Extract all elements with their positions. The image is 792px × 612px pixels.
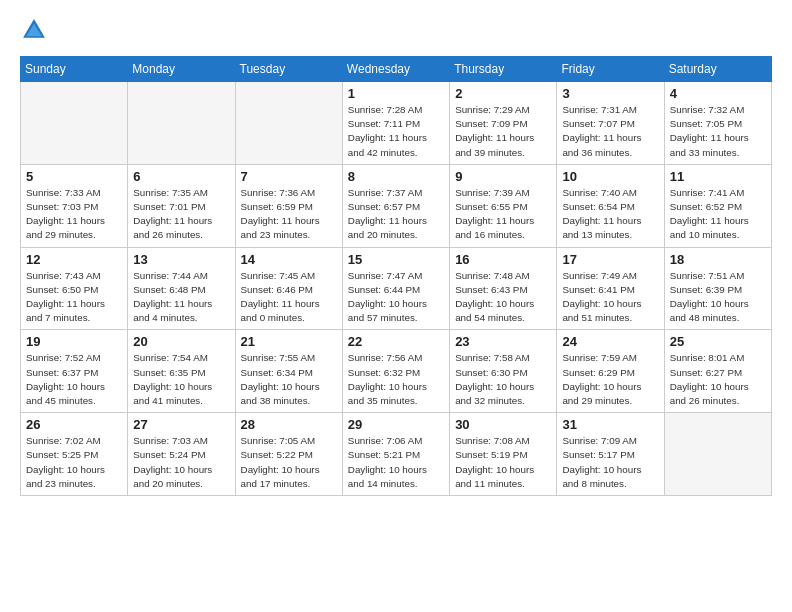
day-number: 9 [455,169,552,184]
day-number: 26 [26,417,123,432]
calendar-cell [664,413,771,496]
calendar-cell: 12Sunrise: 7:43 AM Sunset: 6:50 PM Dayli… [21,247,128,330]
day-number: 2 [455,86,552,101]
weekday-header-wednesday: Wednesday [342,57,449,82]
calendar-cell: 16Sunrise: 7:48 AM Sunset: 6:43 PM Dayli… [450,247,557,330]
day-info: Sunrise: 7:09 AM Sunset: 5:17 PM Dayligh… [562,434,659,491]
day-number: 20 [133,334,230,349]
day-info: Sunrise: 7:28 AM Sunset: 7:11 PM Dayligh… [348,103,445,160]
day-info: Sunrise: 7:47 AM Sunset: 6:44 PM Dayligh… [348,269,445,326]
calendar-cell: 31Sunrise: 7:09 AM Sunset: 5:17 PM Dayli… [557,413,664,496]
calendar-cell: 24Sunrise: 7:59 AM Sunset: 6:29 PM Dayli… [557,330,664,413]
day-info: Sunrise: 7:33 AM Sunset: 7:03 PM Dayligh… [26,186,123,243]
calendar-cell: 13Sunrise: 7:44 AM Sunset: 6:48 PM Dayli… [128,247,235,330]
calendar-cell: 3Sunrise: 7:31 AM Sunset: 7:07 PM Daylig… [557,82,664,165]
calendar-cell: 5Sunrise: 7:33 AM Sunset: 7:03 PM Daylig… [21,164,128,247]
day-info: Sunrise: 7:37 AM Sunset: 6:57 PM Dayligh… [348,186,445,243]
calendar-cell [128,82,235,165]
day-info: Sunrise: 8:01 AM Sunset: 6:27 PM Dayligh… [670,351,767,408]
week-row-4: 26Sunrise: 7:02 AM Sunset: 5:25 PM Dayli… [21,413,772,496]
weekday-header-tuesday: Tuesday [235,57,342,82]
day-number: 1 [348,86,445,101]
day-info: Sunrise: 7:43 AM Sunset: 6:50 PM Dayligh… [26,269,123,326]
day-number: 10 [562,169,659,184]
logo [20,16,52,44]
calendar-cell: 29Sunrise: 7:06 AM Sunset: 5:21 PM Dayli… [342,413,449,496]
day-number: 14 [241,252,338,267]
day-info: Sunrise: 7:03 AM Sunset: 5:24 PM Dayligh… [133,434,230,491]
calendar-cell: 6Sunrise: 7:35 AM Sunset: 7:01 PM Daylig… [128,164,235,247]
calendar-cell: 17Sunrise: 7:49 AM Sunset: 6:41 PM Dayli… [557,247,664,330]
day-info: Sunrise: 7:41 AM Sunset: 6:52 PM Dayligh… [670,186,767,243]
day-number: 15 [348,252,445,267]
calendar-cell: 8Sunrise: 7:37 AM Sunset: 6:57 PM Daylig… [342,164,449,247]
day-info: Sunrise: 7:54 AM Sunset: 6:35 PM Dayligh… [133,351,230,408]
calendar-cell: 21Sunrise: 7:55 AM Sunset: 6:34 PM Dayli… [235,330,342,413]
day-info: Sunrise: 7:36 AM Sunset: 6:59 PM Dayligh… [241,186,338,243]
calendar-cell: 2Sunrise: 7:29 AM Sunset: 7:09 PM Daylig… [450,82,557,165]
day-number: 3 [562,86,659,101]
day-info: Sunrise: 7:58 AM Sunset: 6:30 PM Dayligh… [455,351,552,408]
week-row-1: 5Sunrise: 7:33 AM Sunset: 7:03 PM Daylig… [21,164,772,247]
calendar-cell: 4Sunrise: 7:32 AM Sunset: 7:05 PM Daylig… [664,82,771,165]
day-number: 13 [133,252,230,267]
weekday-header-sunday: Sunday [21,57,128,82]
day-number: 17 [562,252,659,267]
logo-icon [20,16,48,44]
day-number: 11 [670,169,767,184]
day-number: 19 [26,334,123,349]
day-number: 12 [26,252,123,267]
day-info: Sunrise: 7:51 AM Sunset: 6:39 PM Dayligh… [670,269,767,326]
calendar-cell [21,82,128,165]
calendar-cell: 15Sunrise: 7:47 AM Sunset: 6:44 PM Dayli… [342,247,449,330]
weekday-header-row: SundayMondayTuesdayWednesdayThursdayFrid… [21,57,772,82]
calendar-cell: 20Sunrise: 7:54 AM Sunset: 6:35 PM Dayli… [128,330,235,413]
calendar-cell: 27Sunrise: 7:03 AM Sunset: 5:24 PM Dayli… [128,413,235,496]
calendar-cell: 7Sunrise: 7:36 AM Sunset: 6:59 PM Daylig… [235,164,342,247]
day-number: 18 [670,252,767,267]
day-info: Sunrise: 7:44 AM Sunset: 6:48 PM Dayligh… [133,269,230,326]
calendar-cell: 10Sunrise: 7:40 AM Sunset: 6:54 PM Dayli… [557,164,664,247]
calendar-cell: 18Sunrise: 7:51 AM Sunset: 6:39 PM Dayli… [664,247,771,330]
day-info: Sunrise: 7:52 AM Sunset: 6:37 PM Dayligh… [26,351,123,408]
day-number: 23 [455,334,552,349]
calendar-cell [235,82,342,165]
day-info: Sunrise: 7:08 AM Sunset: 5:19 PM Dayligh… [455,434,552,491]
day-number: 16 [455,252,552,267]
calendar-cell: 14Sunrise: 7:45 AM Sunset: 6:46 PM Dayli… [235,247,342,330]
weekday-header-monday: Monday [128,57,235,82]
day-info: Sunrise: 7:29 AM Sunset: 7:09 PM Dayligh… [455,103,552,160]
day-info: Sunrise: 7:06 AM Sunset: 5:21 PM Dayligh… [348,434,445,491]
day-number: 22 [348,334,445,349]
calendar-cell: 28Sunrise: 7:05 AM Sunset: 5:22 PM Dayli… [235,413,342,496]
weekday-header-friday: Friday [557,57,664,82]
day-info: Sunrise: 7:59 AM Sunset: 6:29 PM Dayligh… [562,351,659,408]
calendar-cell: 25Sunrise: 8:01 AM Sunset: 6:27 PM Dayli… [664,330,771,413]
day-number: 28 [241,417,338,432]
calendar: SundayMondayTuesdayWednesdayThursdayFrid… [20,56,772,496]
day-number: 8 [348,169,445,184]
calendar-cell: 23Sunrise: 7:58 AM Sunset: 6:30 PM Dayli… [450,330,557,413]
day-number: 31 [562,417,659,432]
weekday-header-thursday: Thursday [450,57,557,82]
day-number: 4 [670,86,767,101]
day-number: 25 [670,334,767,349]
calendar-cell: 9Sunrise: 7:39 AM Sunset: 6:55 PM Daylig… [450,164,557,247]
calendar-cell: 26Sunrise: 7:02 AM Sunset: 5:25 PM Dayli… [21,413,128,496]
day-info: Sunrise: 7:32 AM Sunset: 7:05 PM Dayligh… [670,103,767,160]
day-number: 7 [241,169,338,184]
day-number: 6 [133,169,230,184]
day-number: 21 [241,334,338,349]
day-info: Sunrise: 7:02 AM Sunset: 5:25 PM Dayligh… [26,434,123,491]
day-info: Sunrise: 7:56 AM Sunset: 6:32 PM Dayligh… [348,351,445,408]
week-row-2: 12Sunrise: 7:43 AM Sunset: 6:50 PM Dayli… [21,247,772,330]
calendar-cell: 1Sunrise: 7:28 AM Sunset: 7:11 PM Daylig… [342,82,449,165]
day-info: Sunrise: 7:35 AM Sunset: 7:01 PM Dayligh… [133,186,230,243]
day-info: Sunrise: 7:39 AM Sunset: 6:55 PM Dayligh… [455,186,552,243]
calendar-cell: 19Sunrise: 7:52 AM Sunset: 6:37 PM Dayli… [21,330,128,413]
calendar-cell: 30Sunrise: 7:08 AM Sunset: 5:19 PM Dayli… [450,413,557,496]
day-info: Sunrise: 7:40 AM Sunset: 6:54 PM Dayligh… [562,186,659,243]
header [20,16,772,44]
day-number: 5 [26,169,123,184]
day-info: Sunrise: 7:45 AM Sunset: 6:46 PM Dayligh… [241,269,338,326]
